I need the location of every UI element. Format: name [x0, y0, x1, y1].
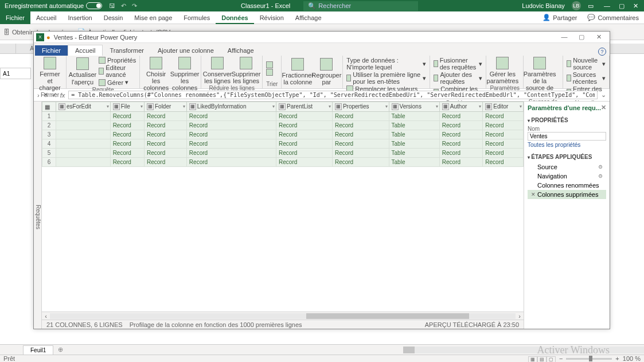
cell[interactable]	[56, 121, 111, 130]
cell[interactable]: Record	[332, 139, 389, 149]
tab-affichage[interactable]: Affichage	[290, 11, 327, 24]
column-filter-icon[interactable]: ▾	[479, 104, 481, 109]
tab-file[interactable]: Fichier	[0, 11, 30, 24]
cell[interactable]	[56, 158, 111, 167]
cell[interactable]: Record	[110, 158, 144, 167]
type-icon[interactable]: ▦	[279, 103, 286, 110]
close-and-load-button[interactable]: Fermer et charger	[37, 57, 63, 91]
pq-tab-transformer[interactable]: Transformer	[103, 45, 151, 56]
column-filter-icon[interactable]: ▾	[183, 104, 185, 109]
cell[interactable]: Record	[332, 130, 389, 139]
cell[interactable]: Record	[186, 112, 276, 121]
cell[interactable]: Record	[439, 112, 482, 121]
tab-donnees[interactable]: Données	[216, 11, 253, 24]
row-number[interactable]: 2	[42, 121, 56, 130]
close-button[interactable]: ✕	[630, 2, 642, 9]
tab-mise-en-page[interactable]: Mise en page	[128, 11, 178, 24]
sheet-tab-feuil1[interactable]: Feuil1	[23, 345, 53, 355]
cell[interactable]: Record	[144, 121, 186, 130]
comments-button[interactable]: 💬Commentaires	[582, 13, 644, 22]
table-row[interactable]: 2RecordRecordRecordRecordRecordTableReco…	[42, 121, 524, 130]
formula-input[interactable]	[68, 91, 598, 99]
cell[interactable]: Record	[483, 121, 524, 130]
split-column-button[interactable]: Fractionner la colonne	[285, 57, 310, 87]
recent-sources-button[interactable]: Sources récentes ▾	[567, 71, 606, 85]
cell[interactable]: Record	[110, 112, 144, 121]
type-icon[interactable]: ▦	[392, 103, 399, 110]
cell[interactable]: Record	[110, 149, 144, 158]
cell[interactable]: Record	[332, 112, 389, 121]
cell[interactable]: Record	[144, 112, 186, 121]
column-filter-icon[interactable]: ▾	[385, 104, 388, 109]
table-row[interactable]: 1RecordRecordRecordRecordRecordTableReco…	[42, 112, 524, 121]
view-buttons[interactable]: ▦▤▢	[528, 355, 556, 362]
applied-step[interactable]: ✕Colonnes supprimées	[528, 190, 606, 199]
zoom-in-icon[interactable]: +	[615, 355, 619, 362]
pq-tab-accueil[interactable]: Accueil	[68, 45, 103, 56]
name-box[interactable]	[0, 68, 31, 79]
cell[interactable]: Record	[144, 130, 186, 139]
data-type-button[interactable]: Type de données : N'importe lequel ▾	[346, 57, 426, 71]
cell[interactable]: Record	[276, 158, 333, 167]
cell[interactable]: Record	[186, 158, 276, 167]
cell[interactable]: Record	[439, 139, 482, 149]
query-name-input[interactable]	[528, 132, 606, 141]
row-number[interactable]: 5	[42, 149, 56, 158]
pq-tab-ajouter-colonne[interactable]: Ajouter une colonne	[151, 45, 221, 56]
group-by-button[interactable]: Regrouper par	[314, 57, 339, 87]
user-avatar[interactable]: LB	[572, 1, 581, 10]
tab-accueil[interactable]: Accueil	[30, 11, 62, 24]
redo-icon[interactable]: ↷	[132, 2, 137, 10]
new-source-button[interactable]: Nouvelle source ▾	[567, 57, 606, 71]
formula-cancel-icon[interactable]: ✕	[43, 91, 48, 99]
keep-rows-button[interactable]: Conserver les lignes	[205, 57, 230, 84]
column-header[interactable]: ▦esForEdit▾	[56, 102, 111, 112]
cell[interactable]: Record	[144, 158, 186, 167]
cell[interactable]	[56, 130, 111, 139]
column-filter-icon[interactable]: ▾	[272, 104, 275, 109]
table-row[interactable]: 4RecordRecordRecordRecordRecordTableReco…	[42, 139, 524, 149]
column-header[interactable]: ▦File▾	[110, 102, 144, 112]
cell[interactable]: Record	[439, 130, 482, 139]
cell[interactable]: Table	[389, 121, 439, 130]
cell[interactable]: Record	[276, 121, 333, 130]
pq-horizontal-scrollbar[interactable]: ‹ ›	[42, 312, 524, 320]
properties-section-header[interactable]: PROPRIÉTÉS	[528, 115, 606, 126]
cell[interactable]: Record	[276, 112, 333, 121]
column-header[interactable]: ▦Folder▾	[144, 102, 186, 112]
column-header[interactable]: ▦ParentList▾	[276, 102, 333, 112]
column-header[interactable]: ▦Editor▾	[483, 102, 524, 112]
step-settings-icon[interactable]: ⚙	[598, 164, 603, 170]
row-header-corner[interactable]: ▦	[42, 102, 56, 112]
column-header[interactable]: ▦LikedByInformation▾	[186, 102, 276, 112]
cell[interactable]: Table	[389, 112, 439, 121]
column-filter-icon[interactable]: ▾	[140, 104, 143, 109]
refresh-preview-button[interactable]: Actualiser l'aperçu	[70, 57, 95, 86]
applied-step[interactable]: ✕Colonnes renommées	[528, 181, 606, 190]
add-sheet-button[interactable]: ⊕	[58, 346, 63, 353]
table-row[interactable]: 6RecordRecordRecordRecordRecordTableReco…	[42, 158, 524, 167]
manage-parameters-button[interactable]: Gérer les paramètres	[490, 57, 515, 84]
cell[interactable]: Table	[389, 158, 439, 167]
formula-accept-icon[interactable]: ✓	[52, 91, 57, 99]
pq-data-grid[interactable]: ▦▦esForEdit▾▦File▾▦Folder▾▦LikedByInform…	[42, 102, 524, 312]
type-icon[interactable]: ▦	[485, 103, 492, 110]
cell[interactable]: Record	[276, 130, 333, 139]
zoom-out-icon[interactable]: −	[559, 355, 563, 362]
column-filter-icon[interactable]: ▾	[107, 104, 109, 109]
table-row[interactable]: 5RecordRecordRecordRecordRecordTableReco…	[42, 149, 524, 158]
cell[interactable]: Table	[389, 149, 439, 158]
zoom-slider[interactable]	[566, 358, 612, 360]
user-name[interactable]: Ludovic Bianay	[522, 2, 565, 9]
cell[interactable]: Record	[186, 139, 276, 149]
use-first-row-headers-button[interactable]: Utiliser la première ligne pour les en-t…	[346, 71, 426, 85]
column-filter-icon[interactable]: ▾	[520, 104, 522, 109]
row-number[interactable]: 1	[42, 112, 56, 121]
cell[interactable]: Record	[276, 149, 333, 158]
append-queries-button[interactable]: Ajouter des requêtes ▾	[434, 71, 482, 85]
cell[interactable]: Record	[483, 112, 524, 121]
manage-button[interactable]: Gérer ▾	[99, 79, 136, 86]
pq-tab-file[interactable]: Fichier	[35, 45, 68, 56]
cell[interactable]: Record	[332, 121, 389, 130]
all-properties-link[interactable]: Toutes les propriétés	[528, 141, 606, 149]
